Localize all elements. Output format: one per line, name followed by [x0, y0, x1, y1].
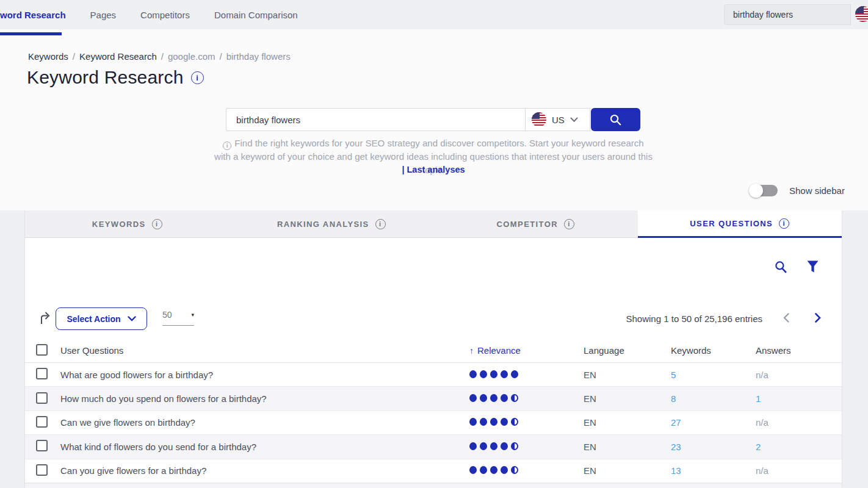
country-selector[interactable]: US [525, 108, 590, 131]
row-checkbox[interactable] [36, 464, 48, 476]
page-title: Keyword Research [27, 67, 184, 88]
answers-na: n/a [756, 417, 769, 428]
active-nav-underline [0, 32, 62, 35]
question-text[interactable]: How much do you spend on flowers for a b… [60, 393, 267, 404]
info-icon[interactable]: i [564, 219, 574, 229]
prev-page-icon[interactable] [783, 313, 789, 323]
row-checkbox[interactable] [36, 440, 48, 451]
breadcrumb-separator: / [73, 51, 75, 62]
us-flag-icon [532, 112, 546, 127]
select-all-checkbox[interactable] [36, 344, 48, 356]
search-button[interactable] [591, 108, 640, 131]
relevance-dot [490, 370, 497, 378]
relevance-dots [469, 466, 518, 474]
column-user-questions: User Questions [60, 345, 123, 356]
tab-label: USER QUESTIONS [690, 219, 773, 228]
top-bar: word ResearchPagesCompetitorsDomain Comp… [0, 0, 868, 29]
breadcrumb-item[interactable]: birthday flowers [226, 51, 291, 62]
keywords-link[interactable]: 5 [671, 370, 676, 380]
tab-label: KEYWORDS [92, 220, 146, 229]
tab-label: RANKING ANALYSIS [277, 220, 369, 229]
row-checkbox[interactable] [36, 416, 48, 428]
relevance-dot [511, 370, 518, 378]
page-title-row: Keyword Research i [27, 67, 204, 88]
top-search-box[interactable] [724, 4, 851, 25]
relevance-dot [480, 418, 487, 426]
breadcrumb-item[interactable]: Keywords [28, 51, 68, 62]
column-relevance: Relevance [477, 345, 521, 356]
chevron-down-icon [570, 117, 578, 123]
column-relevance-sort[interactable]: ↑Relevance [469, 345, 584, 356]
tab-label: COMPETITOR [497, 220, 558, 229]
keywords-link[interactable]: 13 [671, 465, 681, 476]
row-checkbox[interactable] [36, 368, 48, 379]
tab-ranking-analysis[interactable]: RANKING ANALYSISi [230, 210, 434, 238]
nav-item[interactable]: word Research [0, 10, 66, 20]
relevance-dot [511, 466, 518, 474]
tab-user-questions[interactable]: USER QUESTIONSi [638, 210, 842, 238]
info-icon: i [223, 142, 231, 150]
nav-item[interactable]: Domain Comparison [214, 10, 298, 20]
language-value: EN [584, 465, 596, 476]
answers-link[interactable]: 1 [756, 393, 761, 404]
show-sidebar-label: Show sidebar [789, 185, 845, 196]
keywords-link[interactable]: 8 [671, 393, 676, 404]
last-analyses-link[interactable]: | Last analyses [402, 165, 465, 174]
tab-keywords[interactable]: KEYWORDSi [25, 210, 230, 238]
table-search-icon[interactable] [775, 260, 787, 274]
breadcrumb-separator: / [220, 51, 222, 62]
relevance-dot [501, 394, 508, 402]
table-row: What are good flowers for a birthday?EN5… [25, 363, 842, 387]
info-icon[interactable]: i [191, 71, 204, 84]
relevance-dot [511, 418, 518, 426]
relevance-dot [469, 442, 477, 450]
answers-na: n/a [756, 370, 769, 380]
top-search-input[interactable] [733, 10, 843, 20]
keywords-link[interactable]: 27 [671, 417, 681, 428]
show-sidebar-toggle[interactable] [750, 185, 778, 196]
results-panel: KEYWORDSiRANKING ANALYSISiCOMPETITORiUSE… [24, 210, 842, 488]
relevance-dots [469, 442, 518, 450]
question-text[interactable]: What kind of flowers do you send for a b… [60, 442, 256, 452]
info-icon[interactable]: i [779, 218, 789, 229]
magnifier-icon [609, 113, 622, 126]
question-text[interactable]: What are good flowers for a birthday? [60, 370, 213, 380]
question-text[interactable]: Can you give flowers for a birthday? [60, 465, 206, 476]
sort-asc-icon: ↑ [469, 346, 474, 356]
relevance-dot [501, 370, 508, 378]
tab-competitor[interactable]: COMPETITORi [433, 210, 638, 238]
info-icon[interactable]: i [375, 219, 386, 229]
relevance-dot [501, 442, 508, 450]
us-flag-icon[interactable] [855, 6, 868, 22]
keyword-search-bar: US [226, 108, 640, 131]
tab-bar: KEYWORDSiRANKING ANALYSISiCOMPETITORiUSE… [25, 210, 842, 238]
language-value: EN [584, 393, 596, 404]
language-value: EN [584, 370, 596, 380]
language-value: EN [584, 442, 596, 452]
answers-link[interactable]: 2 [756, 442, 761, 452]
column-language: Language [584, 345, 624, 356]
relevance-dot [490, 466, 497, 474]
relevance-dot [490, 394, 497, 402]
keyword-search-input[interactable] [226, 108, 525, 131]
answers-na: n/a [756, 465, 769, 476]
relevance-dot [469, 394, 477, 402]
table-row: Can you give flowers for a birthday?EN13… [25, 459, 842, 483]
keywords-link[interactable]: 23 [671, 442, 681, 452]
info-icon[interactable]: i [152, 219, 162, 229]
country-code: US [552, 115, 565, 125]
nav-item[interactable]: Pages [90, 10, 117, 20]
relevance-dot [511, 394, 518, 402]
row-checkbox[interactable] [36, 392, 48, 404]
relevance-dot [511, 442, 518, 450]
filter-icon[interactable] [807, 260, 819, 273]
next-page-icon[interactable] [815, 313, 821, 323]
results-section: KEYWORDSiRANKING ANALYSISiCOMPETITORiUSE… [0, 210, 868, 488]
relevance-dot [490, 442, 497, 450]
breadcrumb-item[interactable]: Keyword Research [79, 51, 157, 62]
breadcrumb-item[interactable]: google.com [168, 51, 215, 62]
breadcrumb: Keywords/Keyword Research/google.com/bir… [28, 51, 291, 62]
breadcrumb-separator: / [161, 51, 164, 62]
nav-item[interactable]: Competitors [140, 10, 190, 20]
question-text[interactable]: Can we give flowers on birthday? [60, 417, 195, 428]
